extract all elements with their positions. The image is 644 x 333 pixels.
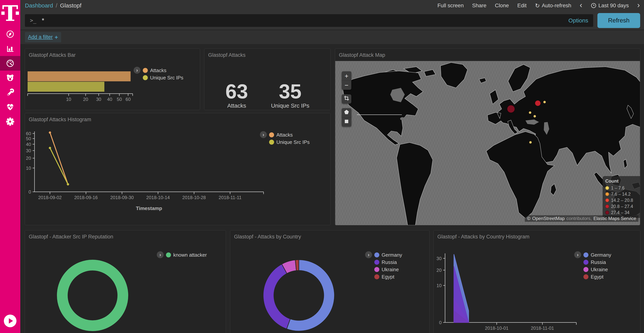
legend-swatch (584, 267, 588, 272)
map-legend-swatch (605, 211, 609, 214)
options-link[interactable]: Options (568, 17, 588, 24)
legend-label: Attacks (150, 68, 166, 74)
svg-text:2018-09-02: 2018-09-02 (38, 195, 62, 200)
edit-button[interactable]: Edit (517, 3, 526, 9)
map-zoom-in-button[interactable]: + (342, 71, 351, 81)
src-ip-reputation-chart[interactable] (25, 230, 226, 333)
legend-swatch (584, 260, 588, 265)
sidebar-item-dev-tools[interactable] (0, 85, 20, 100)
time-forward-button[interactable]: › (637, 1, 640, 10)
map-legend-range: 14.2 – 20.8 (611, 198, 633, 203)
full-screen-button[interactable]: Full screen (438, 3, 464, 9)
play-icon (9, 318, 13, 323)
panel-attacks-by-country: Glastopf - Attacks by Country ›GermanyRu… (230, 230, 430, 333)
svg-text:2018-10-14: 2018-10-14 (146, 195, 170, 200)
svg-text:20: 20 (26, 156, 31, 161)
time-back-button[interactable]: ‹ (580, 1, 582, 10)
map-legend-item: 20.8 – 27.4 (605, 203, 640, 209)
share-button[interactable]: Share (472, 3, 486, 9)
auto-refresh-button[interactable]: ↻ Auto-refresh (535, 2, 571, 9)
attacks-by-country-chart[interactable] (230, 230, 429, 333)
map-fit-bounds-button[interactable] (342, 94, 351, 104)
search-input[interactable] (42, 17, 568, 24)
legend-item[interactable]: known attacker (166, 251, 207, 259)
legend-item[interactable]: Germany (374, 251, 402, 259)
svg-text:0: 0 (439, 320, 442, 325)
sidebar-expand-button[interactable] (4, 314, 16, 327)
map-draw-rectangle-button[interactable] (342, 117, 351, 127)
sidebar-item-management[interactable] (0, 114, 20, 129)
legend-toggle-icon[interactable]: › (260, 131, 267, 138)
clock-icon (591, 3, 596, 9)
legend-toggle-icon[interactable]: › (574, 251, 581, 258)
legend-swatch (374, 274, 379, 279)
breadcrumb-dashboard-link[interactable]: Dashboard (25, 2, 53, 9)
map-draw-polygon-button[interactable] (342, 108, 351, 117)
map-zoom-out-button[interactable]: − (342, 81, 351, 90)
chart-legend: ›GermanyRussiaUkraineEgypt (365, 251, 402, 280)
attacks-histogram-chart[interactable]: 01020304050602018-09-022018-09-162018-09… (25, 113, 330, 225)
elastic-maps-service-link[interactable]: Elastic Maps Service (594, 216, 636, 221)
legend-label: Russia (591, 259, 606, 265)
legend-item[interactable]: Egypt (584, 273, 611, 280)
legend-item[interactable]: Russia (374, 259, 402, 266)
svg-text:2018-10-28: 2018-10-28 (182, 195, 206, 200)
attacks-by-country-histogram-chart[interactable]: 01020302018-10-012018-11-01Timestamp (434, 230, 640, 333)
chart-legend: ›AttacksUnique Src IPs (134, 67, 183, 81)
breadcrumb-separator: / (56, 2, 57, 9)
legend-swatch (374, 267, 379, 272)
gauge-icon (6, 59, 14, 68)
svg-text:20: 20 (83, 97, 88, 102)
compass-icon (6, 30, 14, 39)
legend-label: Ukraine (382, 267, 399, 272)
sidebar-item-monitoring[interactable] (0, 100, 20, 114)
sidebar-item-dashboard[interactable] (0, 56, 20, 71)
sidebar-item-discover[interactable] (0, 27, 20, 42)
panel-title[interactable]: Glastopf Attacks (204, 49, 330, 58)
refresh-button[interactable]: Refresh (598, 13, 640, 28)
legend-item[interactable]: Unique Src IPs (269, 139, 310, 146)
chart-legend: ›AttacksUnique Src IPs (260, 131, 310, 146)
legend-toggle-icon[interactable]: › (134, 67, 140, 74)
panel-title[interactable]: Glastopf Attack Map (335, 49, 640, 58)
map-legend-swatch (605, 204, 609, 208)
sidebar: T (0, 0, 20, 333)
legend-item[interactable]: Ukraine (584, 266, 611, 273)
panel-attacks-by-country-histogram: Glastopf - Attacks by Country Histogram … (433, 230, 640, 333)
clone-button[interactable]: Clone (495, 3, 509, 9)
legend-item[interactable]: Russia (584, 259, 611, 266)
add-filter-button[interactable]: Add a filter + (25, 32, 61, 42)
attack-map[interactable]: + − (335, 61, 640, 225)
map-legend-swatch (605, 192, 609, 196)
gear-icon (6, 117, 14, 126)
legend-item[interactable]: Unique Src IPs (143, 74, 183, 81)
svg-text:10: 10 (436, 283, 442, 288)
bar-chart-icon (6, 44, 14, 53)
query-input-container[interactable]: >_ Options (25, 14, 593, 27)
legend-toggle-icon[interactable]: › (365, 251, 372, 258)
map-legend: Count 1 – 7.67.6 – 14.214.2 – 20.820.8 –… (602, 176, 640, 218)
openstreetmap-link[interactable]: OpenStreetMap (532, 216, 565, 221)
sidebar-item-visualize[interactable] (0, 42, 20, 56)
legend-item[interactable]: Attacks (143, 67, 183, 74)
legend-item[interactable]: Ukraine (374, 266, 402, 273)
legend-item[interactable]: Attacks (269, 131, 310, 139)
sidebar-item-timelion[interactable] (0, 71, 20, 85)
legend-swatch (143, 75, 148, 80)
svg-text:20: 20 (436, 268, 442, 273)
top-header: Dashboard / Glastopf Full screen Share C… (20, 0, 644, 44)
dashboard-actions: Full screen Share Clone Edit ↻ Auto-refr… (438, 1, 640, 10)
telekom-logo[interactable]: T (0, 0, 20, 27)
legend-swatch (584, 252, 588, 257)
legend-item[interactable]: Germany (584, 251, 611, 259)
metric-label: Attacks (226, 102, 248, 109)
map-legend-item: 27.4 – 34 (605, 209, 640, 216)
breadcrumb-bar: Dashboard / Glastopf Full screen Share C… (20, 0, 644, 11)
legend-item[interactable]: Egypt (374, 273, 402, 280)
wrench-icon (6, 88, 14, 97)
time-picker-button[interactable]: Last 90 days (591, 3, 629, 9)
legend-swatch (269, 140, 274, 145)
metric-group: 63 Attacks 35 Unique Src IPs (204, 81, 330, 109)
legend-label: Egypt (591, 274, 604, 280)
legend-toggle-icon[interactable]: › (157, 251, 164, 258)
